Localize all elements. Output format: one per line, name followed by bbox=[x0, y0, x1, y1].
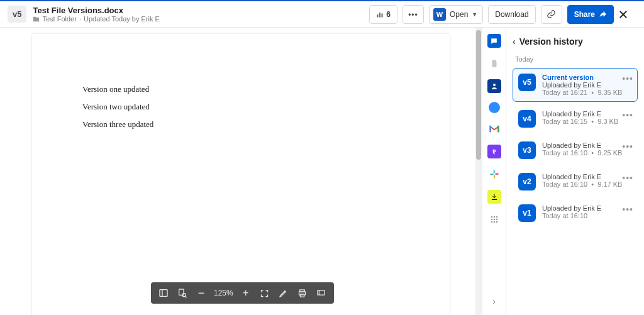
version-item-menu[interactable]: ••• bbox=[622, 204, 633, 214]
download-button[interactable]: Download bbox=[488, 5, 535, 24]
stats-button[interactable]: 6 bbox=[369, 5, 397, 24]
version-number-badge: v3 bbox=[518, 141, 536, 159]
current-version-label: Current version bbox=[542, 74, 622, 81]
scrollbar-track[interactable] bbox=[475, 28, 482, 315]
svg-rect-22 bbox=[496, 216, 497, 218]
file-subtitle: Test Folder · Updated Today by Erik E bbox=[33, 15, 159, 23]
version-item[interactable]: v4 Uploaded by Erik E Today at 16:15 • 9… bbox=[513, 104, 638, 133]
svg-rect-11 bbox=[318, 290, 325, 295]
version-history-panel: ‹ Version history Today v5 Current versi… bbox=[506, 28, 644, 315]
document-page: Version one updated Version two updated … bbox=[32, 34, 450, 315]
rail-slack-icon[interactable] bbox=[487, 167, 501, 181]
svg-rect-25 bbox=[496, 219, 497, 220]
version-item-current[interactable]: v5 Current version Uploaded by Erik E To… bbox=[513, 68, 638, 102]
rail-gmail-icon[interactable] bbox=[487, 122, 501, 136]
share-arrow-icon bbox=[599, 10, 607, 18]
main-area: Version one updated Version two updated … bbox=[0, 28, 644, 315]
svg-rect-16 bbox=[493, 170, 494, 173]
find-button[interactable] bbox=[174, 285, 191, 301]
svg-rect-28 bbox=[496, 221, 497, 223]
document-viewport: Version one updated Version two updated … bbox=[0, 28, 482, 315]
updated-text: Updated Today by Erik E bbox=[84, 15, 160, 23]
svg-rect-26 bbox=[491, 221, 492, 223]
rail-apps-icon[interactable] bbox=[487, 213, 501, 226]
folder-name[interactable]: Test Folder bbox=[42, 15, 76, 23]
uploaded-by: Uploaded by Erik E bbox=[542, 173, 622, 180]
svg-rect-27 bbox=[493, 221, 494, 223]
version-item-menu[interactable]: ••• bbox=[622, 141, 633, 152]
rail-file-icon[interactable] bbox=[487, 57, 501, 70]
rail-adobe-icon[interactable] bbox=[487, 145, 501, 158]
file-title: Test File Versions.docx bbox=[33, 6, 159, 15]
version-number-badge: v5 bbox=[518, 74, 536, 91]
version-badge: v5 bbox=[8, 6, 26, 23]
svg-point-13 bbox=[493, 84, 496, 86]
doc-line: Version three updated bbox=[82, 119, 399, 130]
svg-line-7 bbox=[186, 296, 187, 297]
version-number-badge: v2 bbox=[518, 173, 536, 191]
app-rail: › bbox=[482, 28, 506, 315]
print-button[interactable] bbox=[294, 285, 311, 301]
version-item[interactable]: v3 Uploaded by Erik E Today at 16:10 • 9… bbox=[513, 136, 638, 165]
rail-comments-icon[interactable] bbox=[487, 34, 501, 48]
viewer-toolbar: − 125% + bbox=[151, 282, 334, 304]
version-item[interactable]: v2 Uploaded by Erik E Today at 16:10 • 9… bbox=[513, 167, 638, 196]
version-time-size: Today at 16:10 • 9.17 KB bbox=[542, 180, 622, 188]
zoom-out-button[interactable]: − bbox=[192, 285, 210, 301]
present-button[interactable] bbox=[313, 285, 330, 301]
close-button[interactable] bbox=[618, 9, 636, 20]
version-time-size: Today at 16:10 • 9.25 KB bbox=[542, 149, 622, 157]
version-number-badge: v1 bbox=[518, 204, 536, 222]
open-label: Open bbox=[450, 10, 468, 19]
rail-skills-icon[interactable] bbox=[487, 79, 501, 93]
svg-rect-2 bbox=[382, 13, 383, 17]
rail-collapse-icon[interactable]: › bbox=[492, 296, 496, 306]
svg-rect-19 bbox=[495, 174, 498, 175]
svg-rect-24 bbox=[493, 219, 494, 220]
zoom-level: 125% bbox=[211, 289, 236, 297]
version-panel-header: ‹ Version history bbox=[513, 36, 638, 47]
more-icon: ••• bbox=[408, 10, 418, 19]
back-button[interactable]: ‹ bbox=[513, 36, 516, 47]
svg-rect-3 bbox=[160, 290, 167, 297]
stats-count: 6 bbox=[386, 10, 391, 19]
open-button[interactable]: W Open ▼ bbox=[429, 5, 483, 24]
doc-line: Version two updated bbox=[82, 102, 399, 112]
svg-rect-17 bbox=[490, 174, 493, 175]
version-number-badge: v4 bbox=[518, 110, 536, 128]
scrollbar-thumb[interactable] bbox=[476, 30, 481, 160]
svg-rect-20 bbox=[491, 216, 492, 218]
header-bar: v5 Test File Versions.docx Test Folder ·… bbox=[0, 0, 644, 28]
more-button[interactable]: ••• bbox=[402, 5, 424, 24]
svg-rect-14 bbox=[489, 126, 491, 133]
link-icon bbox=[547, 9, 556, 19]
version-item-menu[interactable]: ••• bbox=[622, 110, 633, 120]
svg-rect-0 bbox=[377, 14, 379, 18]
uploaded-by: Uploaded by Erik E bbox=[542, 141, 622, 149]
title-block: Test File Versions.docx Test Folder · Up… bbox=[33, 6, 159, 23]
svg-rect-18 bbox=[494, 175, 495, 178]
copy-link-button[interactable] bbox=[541, 5, 562, 24]
stats-icon bbox=[376, 11, 384, 18]
annotate-button[interactable] bbox=[275, 285, 292, 301]
share-button[interactable]: Share bbox=[567, 5, 614, 24]
version-time-size: Today at 16:15 • 9.3 KB bbox=[542, 118, 618, 125]
chevron-down-icon: ▼ bbox=[472, 11, 477, 18]
version-time-size: Today at 16:21 • 9.35 KB bbox=[542, 89, 622, 96]
sidebar-toggle-button[interactable] bbox=[155, 285, 172, 301]
fullscreen-button[interactable] bbox=[256, 285, 274, 301]
svg-rect-1 bbox=[379, 13, 380, 18]
version-group-label: Today bbox=[515, 55, 638, 63]
version-time-size: Today at 16:10 bbox=[542, 212, 601, 219]
rail-zoom-icon[interactable] bbox=[489, 102, 500, 113]
version-item[interactable]: v1 Uploaded by Erik E Today at 16:10 ••• bbox=[513, 199, 638, 228]
dot-sep: · bbox=[79, 15, 81, 23]
version-item-menu[interactable]: ••• bbox=[622, 74, 633, 84]
version-panel-title: Version history bbox=[519, 36, 583, 47]
doc-line: Version one updated bbox=[82, 84, 399, 94]
rail-download-icon[interactable] bbox=[487, 190, 501, 204]
uploaded-by: Uploaded by Erik E bbox=[542, 110, 618, 118]
version-item-menu[interactable]: ••• bbox=[622, 173, 633, 183]
uploaded-by: Uploaded by Erik E bbox=[542, 204, 601, 212]
zoom-in-button[interactable]: + bbox=[237, 285, 255, 301]
